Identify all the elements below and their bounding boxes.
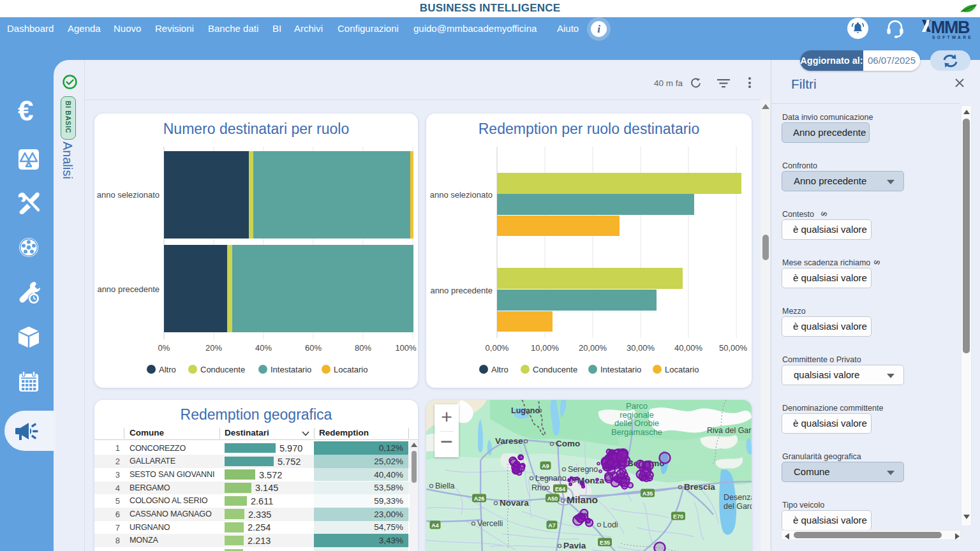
svg-text:Locatario: Locatario [665, 365, 699, 374]
svg-text:Altro: Altro [491, 365, 509, 374]
svg-text:Como: Como [556, 439, 580, 448]
svg-text:Seregno: Seregno [568, 465, 598, 474]
svg-text:60%: 60% [305, 343, 322, 353]
svg-text:E64: E64 [555, 486, 565, 492]
svg-text:Novara: Novara [500, 498, 529, 508]
svg-text:Lodi: Lodi [603, 520, 618, 529]
svg-text:anno precedente: anno precedente [430, 286, 493, 295]
svg-text:Conducente: Conducente [533, 365, 577, 374]
svg-text:Intestatario: Intestatario [600, 365, 641, 374]
svg-text:40%: 40% [255, 343, 272, 353]
svg-text:20%: 20% [205, 343, 222, 353]
svg-text:Rho: Rho [531, 483, 546, 492]
svg-text:50,00%: 50,00% [719, 343, 748, 353]
svg-text:40,00%: 40,00% [674, 343, 703, 353]
svg-text:Altro: Altro [159, 365, 176, 374]
svg-text:anno selezionato: anno selezionato [97, 190, 160, 200]
svg-text:SOFTWARE: SOFTWARE [932, 35, 973, 40]
svg-text:E70: E70 [673, 513, 683, 520]
svg-text:100%: 100% [395, 343, 417, 353]
svg-text:E35: E35 [600, 540, 610, 546]
svg-text:Intestatario: Intestatario [271, 365, 311, 374]
svg-text:anno precedente: anno precedente [97, 284, 160, 294]
svg-text:Riva del Gard: Riva del Gard [707, 426, 752, 435]
svg-text:Bergamasche: Bergamasche [611, 427, 662, 437]
svg-text:A35: A35 [642, 490, 653, 497]
svg-text:20,00%: 20,00% [579, 343, 607, 353]
svg-text:del Gard: del Gard [724, 502, 752, 511]
svg-text:A50: A50 [547, 496, 558, 502]
svg-text:80%: 80% [355, 343, 371, 353]
svg-text:Milano: Milano [567, 494, 598, 505]
svg-text:Desenza: Desenza [724, 493, 752, 502]
svg-text:Vercelli: Vercelli [477, 519, 503, 528]
svg-text:Varese: Varese [495, 436, 523, 446]
svg-text:0%: 0% [158, 343, 170, 353]
svg-text:Biella: Biella [435, 481, 455, 490]
svg-text:A26: A26 [474, 496, 485, 502]
svg-text:0,00%: 0,00% [486, 343, 509, 353]
svg-text:MMB: MMB [931, 18, 970, 37]
svg-text:Pavia: Pavia [563, 541, 586, 550]
svg-text:Locatario: Locatario [334, 365, 368, 374]
svg-text:10,00%: 10,00% [531, 343, 560, 353]
svg-text:Conducente: Conducente [200, 365, 245, 374]
svg-text:anno selezionato: anno selezionato [430, 190, 493, 200]
svg-text:A7: A7 [548, 522, 556, 529]
svg-text:Brescia: Brescia [684, 482, 715, 492]
svg-text:A9: A9 [542, 463, 549, 469]
svg-text:A4: A4 [431, 522, 439, 529]
svg-text:Lugano: Lugano [511, 406, 540, 415]
svg-text:30,00%: 30,00% [627, 343, 655, 353]
svg-text:Legnano: Legnano [535, 474, 567, 483]
